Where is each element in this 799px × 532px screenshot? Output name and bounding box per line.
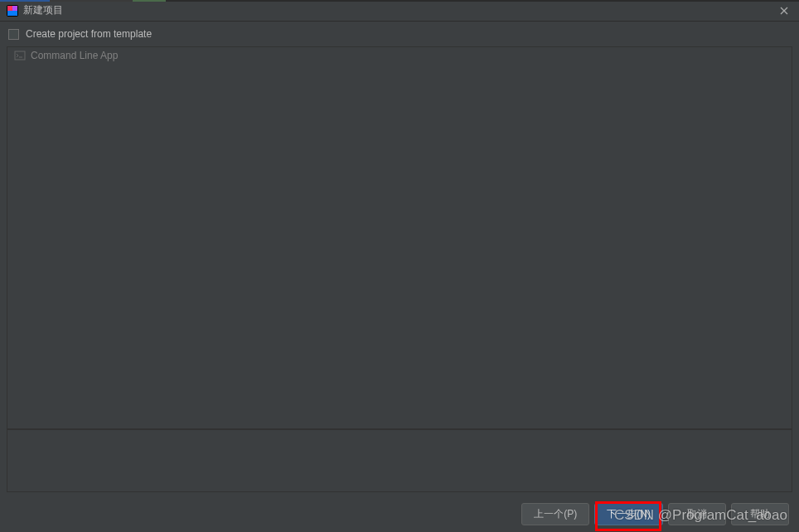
template-list[interactable]: Command Line App	[7, 47, 792, 429]
titlebar: 新建项目	[0, 0, 799, 22]
svg-rect-6	[15, 51, 25, 60]
create-from-template-row: Create project from template	[0, 22, 799, 46]
close-icon	[780, 7, 788, 15]
cancel-button[interactable]: 取消	[668, 503, 726, 525]
previous-button[interactable]: 上一个(P)	[521, 503, 589, 525]
window-title: 新建项目	[23, 3, 776, 17]
close-button[interactable]	[776, 2, 792, 19]
create-from-template-label: Create project from template	[26, 28, 152, 40]
template-description-panel	[7, 430, 792, 492]
help-button[interactable]: 帮助	[731, 503, 789, 525]
svg-rect-3	[7, 11, 17, 16]
svg-rect-2	[12, 6, 17, 11]
wizard-footer: 上一个(P) 下一步(N) 取消 帮助	[0, 503, 799, 525]
template-item-label: Command Line App	[31, 50, 118, 61]
svg-rect-1	[7, 6, 12, 11]
template-item-command-line-app[interactable]: Command Line App	[7, 47, 792, 64]
template-panel: Command Line App	[7, 46, 792, 430]
create-from-template-checkbox[interactable]	[8, 29, 19, 40]
app-icon	[7, 5, 18, 17]
next-button[interactable]: 下一步(N)	[594, 503, 663, 525]
template-icon	[14, 50, 26, 61]
top-edge-decoration	[0, 0, 799, 2]
